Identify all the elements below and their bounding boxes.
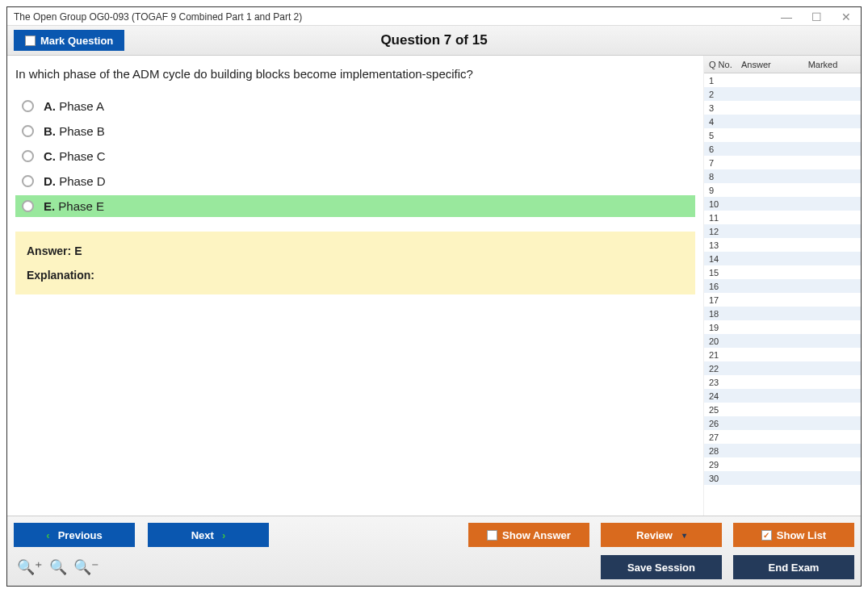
question-list-row[interactable]: 16 xyxy=(704,279,861,293)
radio-icon[interactable] xyxy=(22,175,34,187)
question-list-row[interactable]: 23 xyxy=(704,375,861,389)
footer: ‹ Previous Next › Show Answer Review ▾ xyxy=(7,516,861,586)
question-list-row[interactable]: 1 xyxy=(704,73,861,87)
col-header-answer: Answer xyxy=(741,60,790,69)
sidebar-list[interactable]: 1234567891011121314151617181920212223242… xyxy=(704,73,861,516)
answer-value: E xyxy=(74,244,82,257)
col-header-qno: Q No. xyxy=(709,60,741,69)
previous-button[interactable]: ‹ Previous xyxy=(14,523,135,547)
question-list-row[interactable]: 13 xyxy=(704,238,861,252)
question-list-row[interactable]: 26 xyxy=(704,416,861,430)
zoom-bar: 🔍⁺ 🔍 🔍⁻ xyxy=(14,558,99,576)
chevron-down-icon: ▾ xyxy=(682,531,686,540)
body: In which phase of the ADM cycle do build… xyxy=(7,56,861,516)
show-list-checkbox-icon: ✓ xyxy=(761,530,772,541)
window-controls: — ☐ ✕ xyxy=(778,10,854,23)
app-window: The Open Group OG0-093 (TOGAF 9 Combined… xyxy=(6,6,862,587)
option-label: D. Phase D xyxy=(44,174,106,188)
question-list-row[interactable]: 15 xyxy=(704,265,861,279)
question-list-row[interactable]: 20 xyxy=(704,334,861,348)
footer-row-1: ‹ Previous Next › Show Answer Review ▾ xyxy=(14,523,854,547)
question-list-row[interactable]: 28 xyxy=(704,444,861,457)
question-list-row[interactable]: 9 xyxy=(704,183,861,197)
radio-icon[interactable] xyxy=(22,100,34,112)
close-icon[interactable]: ✕ xyxy=(838,10,854,23)
question-list-row[interactable]: 14 xyxy=(704,252,861,265)
col-header-marked: Marked xyxy=(790,60,856,69)
radio-icon[interactable] xyxy=(22,150,34,162)
radio-icon[interactable] xyxy=(22,200,34,212)
option-label: C. Phase C xyxy=(44,149,106,163)
footer-left: ‹ Previous Next › xyxy=(14,523,269,547)
save-session-button[interactable]: Save Session xyxy=(601,555,722,579)
zoom-in-icon[interactable]: 🔍⁺ xyxy=(17,558,43,576)
question-list-row[interactable]: 5 xyxy=(704,128,861,142)
zoom-out-icon[interactable]: 🔍⁻ xyxy=(73,558,99,576)
question-list-row[interactable]: 27 xyxy=(704,430,861,444)
mark-question-button[interactable]: Mark Question xyxy=(14,30,124,51)
minimize-icon[interactable]: — xyxy=(778,10,795,23)
question-list-sidebar: Q No. Answer Marked 12345678910111213141… xyxy=(703,56,861,516)
save-session-label: Save Session xyxy=(627,562,695,574)
option-label: A. Phase A xyxy=(44,99,104,113)
answer-line: Answer: E xyxy=(27,244,684,257)
footer-row-2: 🔍⁺ 🔍 🔍⁻ Save Session End Exam xyxy=(14,555,854,579)
question-list-row[interactable]: 21 xyxy=(704,348,861,361)
option-b[interactable]: B. Phase B xyxy=(15,120,695,142)
sidebar-header: Q No. Answer Marked xyxy=(704,56,861,73)
question-list-row[interactable]: 29 xyxy=(704,457,861,471)
chevron-right-icon: › xyxy=(222,529,225,541)
next-label: Next xyxy=(191,529,214,541)
question-list-row[interactable]: 6 xyxy=(704,142,861,156)
question-list-row[interactable]: 10 xyxy=(704,197,861,211)
question-list-row[interactable]: 4 xyxy=(704,115,861,128)
option-label: B. Phase B xyxy=(44,124,105,138)
option-label: E. Phase E xyxy=(44,199,104,213)
answer-label: Answer: xyxy=(27,244,71,257)
options-list: A. Phase AB. Phase BC. Phase CD. Phase D… xyxy=(15,95,695,217)
show-list-button[interactable]: ✓ Show List xyxy=(733,523,854,547)
question-list-row[interactable]: 8 xyxy=(704,169,861,183)
show-answer-label: Show Answer xyxy=(502,529,571,541)
question-list-row[interactable]: 17 xyxy=(704,293,861,307)
window-title: The Open Group OG0-093 (TOGAF 9 Combined… xyxy=(14,11,302,23)
show-list-label: Show List xyxy=(777,529,826,541)
option-d[interactable]: D. Phase D xyxy=(15,170,695,192)
radio-icon[interactable] xyxy=(22,125,34,137)
explanation-line: Explanation: xyxy=(27,269,684,282)
toolbar: Mark Question Question 7 of 15 xyxy=(7,25,861,56)
footer-right: Show Answer Review ▾ ✓ Show List xyxy=(468,523,854,547)
review-button[interactable]: Review ▾ xyxy=(601,523,722,547)
question-text: In which phase of the ADM cycle do build… xyxy=(15,67,695,81)
option-e[interactable]: E. Phase E xyxy=(15,195,695,217)
mark-question-label: Mark Question xyxy=(40,35,113,47)
option-a[interactable]: A. Phase A xyxy=(15,95,695,117)
zoom-reset-icon[interactable]: 🔍 xyxy=(49,558,67,576)
question-list-row[interactable]: 7 xyxy=(704,156,861,169)
question-counter: Question 7 of 15 xyxy=(380,32,487,48)
end-exam-label: End Exam xyxy=(769,562,820,574)
maximize-icon[interactable]: ☐ xyxy=(808,10,825,23)
next-button[interactable]: Next › xyxy=(148,523,269,547)
question-list-row[interactable]: 25 xyxy=(704,403,861,416)
question-list-row[interactable]: 22 xyxy=(704,361,861,375)
show-answer-button[interactable]: Show Answer xyxy=(468,523,589,547)
titlebar: The Open Group OG0-093 (TOGAF 9 Combined… xyxy=(7,7,861,25)
option-c[interactable]: C. Phase C xyxy=(15,145,695,167)
question-list-row[interactable]: 2 xyxy=(704,87,861,101)
question-list-row[interactable]: 30 xyxy=(704,471,861,485)
end-exam-button[interactable]: End Exam xyxy=(733,555,854,579)
mark-checkbox-icon xyxy=(25,35,36,46)
previous-label: Previous xyxy=(58,529,103,541)
answer-box: Answer: E Explanation: xyxy=(15,232,695,294)
explanation-label: Explanation: xyxy=(27,269,94,282)
question-list-row[interactable]: 18 xyxy=(704,307,861,320)
review-label: Review xyxy=(636,529,673,541)
question-list-row[interactable]: 24 xyxy=(704,389,861,403)
question-list-row[interactable]: 12 xyxy=(704,224,861,238)
footer-right-2: Save Session End Exam xyxy=(601,555,854,579)
question-list-row[interactable]: 3 xyxy=(704,101,861,115)
question-list-row[interactable]: 19 xyxy=(704,320,861,334)
question-list-row[interactable]: 11 xyxy=(704,211,861,224)
question-panel: In which phase of the ADM cycle do build… xyxy=(7,56,703,516)
